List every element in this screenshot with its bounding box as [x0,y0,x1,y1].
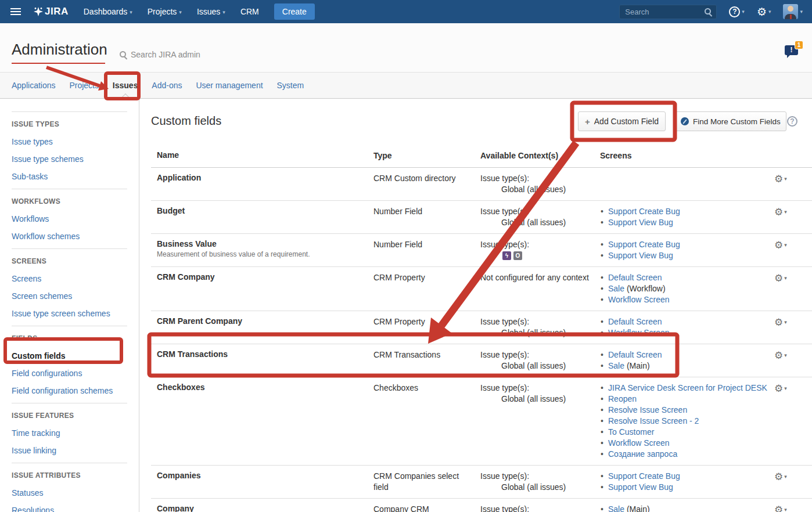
sidebar-item-workflows[interactable]: Workflows [12,210,127,228]
row-actions-menu[interactable]: ⚙▾ [774,174,787,183]
screen-link[interactable]: Support View Bug [608,218,673,227]
screen-link[interactable]: Reopen [608,394,637,403]
sidebar-item-issue-types[interactable]: Issue types [12,133,127,150]
admin-search-input[interactable] [131,50,247,59]
sidebar-section-title: SCREENS [12,249,127,270]
screen-link[interactable]: Default Screen [608,317,662,326]
notification-button[interactable]: ! 1 [785,45,798,55]
hamburger-menu-icon[interactable] [10,8,21,15]
sidebar-item-issue-type-schemes[interactable]: Issue type schemes [12,150,127,168]
sidebar-link[interactable]: Statuses [12,488,43,497]
screen-link-item: Workflow Screen [600,327,771,338]
sidebar-item-screens[interactable]: Screens [12,270,127,287]
table-row: CRM Parent Company CRM Property Issue ty… [151,311,812,344]
sidebar-link[interactable]: Issue type schemes [12,154,84,164]
chevron-down-icon: ▾ [130,9,132,15]
help-icon[interactable]: ? [787,116,797,127]
screen-link[interactable]: Resolve Issue Screen [608,405,687,414]
screen-link[interactable]: To Customer [608,427,654,437]
sidebar-item-workflow-schemes[interactable]: Workflow schemes [12,228,127,245]
sidebar-item-custom-fields[interactable]: Custom fields [12,347,127,365]
row-actions-menu[interactable]: ⚙▾ [774,384,787,393]
sidebar-item-issue-type-screen-schemes[interactable]: Issue type screen schemes [12,305,127,322]
nav-crm[interactable]: CRM [240,7,259,16]
marketplace-icon [681,117,689,125]
create-button[interactable]: Create [274,3,315,20]
tab-add-ons[interactable]: Add-ons [152,81,182,90]
row-actions-menu[interactable]: ⚙▾ [774,207,787,217]
row-actions-menu[interactable]: ⚙▾ [774,240,787,250]
search-icon [120,51,127,58]
jira-logo[interactable]: JIRA [34,6,69,17]
tab-issues[interactable]: Issues [113,81,138,90]
nav-projects[interactable]: Projects▾ [148,7,182,16]
sidebar-item-field-configuration-schemes[interactable]: Field configuration schemes [12,382,127,399]
sidebar-item-time-tracking[interactable]: Time tracking [12,424,127,442]
sidebar-item-sub-tasks[interactable]: Sub-tasks [12,168,127,185]
global-search-input[interactable] [619,5,717,19]
screen-link[interactable]: Создание запроса [608,449,677,459]
sidebar-link[interactable]: Workflows [12,214,49,223]
add-custom-field-button[interactable]: + Add Custom Field [578,111,666,131]
field-context: Issue type(s): Global (all issues) [480,173,597,195]
screen-link[interactable]: Resolve Issue Screen - 2 [608,416,699,426]
sidebar-link[interactable]: Screen schemes [12,291,72,301]
search-icon[interactable] [705,8,712,16]
sidebar-link[interactable]: Time tracking [12,428,60,438]
screen-link[interactable]: Support Create Bug [608,240,680,249]
screen-link[interactable]: Support View Bug [608,482,673,492]
screen-link[interactable]: Workflow Screen [608,328,670,337]
screen-link[interactable]: Sale [608,284,624,293]
help-menu[interactable]: ? ▾ [729,6,745,17]
sidebar-item-resolutions[interactable]: Resolutions [12,502,127,512]
sidebar-link[interactable]: Workflow schemes [12,232,80,241]
nav-dashboards[interactable]: Dashboards▾ [84,7,132,16]
row-actions-menu[interactable]: ⚙▾ [774,505,787,512]
sidebar-link[interactable]: Custom fields [12,351,66,360]
sidebar-item-issue-linking[interactable]: Issue linking [12,442,127,459]
screen-suffix: (Workflow) [624,284,666,293]
sidebar-link[interactable]: Field configuration schemes [12,386,113,395]
screen-link[interactable]: Support Create Bug [608,471,680,481]
tab-applications[interactable]: Applications [12,81,56,90]
screen-link[interactable]: Support View Bug [608,251,673,260]
gear-icon: ⚙ [774,240,783,251]
sidebar-link[interactable]: Issue type screen schemes [12,309,110,318]
screen-link-item: Sale (Main) [600,504,771,512]
chevron-down-icon: ▾ [222,9,225,15]
row-actions-menu[interactable]: ⚙▾ [774,273,787,283]
screen-link[interactable]: Default Screen [608,350,662,359]
screen-link[interactable]: Support Create Bug [608,207,680,216]
row-actions-menu[interactable]: ⚙▾ [774,318,787,327]
tab-user-management[interactable]: User management [196,81,263,90]
admin-tab-bar: Applications Projects Issues Add-ons Use… [0,73,812,99]
gear-icon: ⚙ [774,273,783,284]
sidebar-link[interactable]: Screens [12,274,41,283]
admin-settings-menu[interactable]: ⚙ ▾ [757,6,771,17]
screen-link[interactable]: JIRA Service Desk Screen for Project DES… [608,383,767,392]
table-row: CRM Company CRM Property Not configured … [151,267,812,311]
screen-link[interactable]: Sale [608,504,624,512]
row-actions-menu[interactable]: ⚙▾ [774,472,787,481]
screen-link-item: Создание запроса [600,449,771,460]
screen-link[interactable]: Default Screen [608,273,662,282]
nav-issues[interactable]: Issues▾ [197,7,225,16]
screen-link-item: Default Screen [600,316,771,327]
sidebar-link[interactable]: Issue types [12,137,53,146]
sidebar-link[interactable]: Field configurations [12,369,82,378]
field-context: Issue type(s): Global (all issues) [480,383,597,460]
screen-link[interactable]: Workflow Screen [608,438,670,448]
screen-link[interactable]: Workflow Screen [608,295,670,304]
sidebar-link[interactable]: Resolutions [12,506,54,512]
tab-system[interactable]: System [276,81,304,90]
screen-link[interactable]: Sale [608,361,624,370]
tab-projects[interactable]: Projects [69,81,99,90]
find-more-custom-fields-button[interactable]: Find More Custom Fields [675,111,786,131]
sidebar-item-field-configurations[interactable]: Field configurations [12,365,127,382]
row-actions-menu[interactable]: ⚙▾ [774,351,787,360]
sidebar-link[interactable]: Sub-tasks [12,172,48,181]
sidebar-item-statuses[interactable]: Statuses [12,484,127,502]
user-profile-menu[interactable]: ▾ [783,4,803,19]
sidebar-item-screen-schemes[interactable]: Screen schemes [12,287,127,305]
sidebar-link[interactable]: Issue linking [12,446,56,455]
